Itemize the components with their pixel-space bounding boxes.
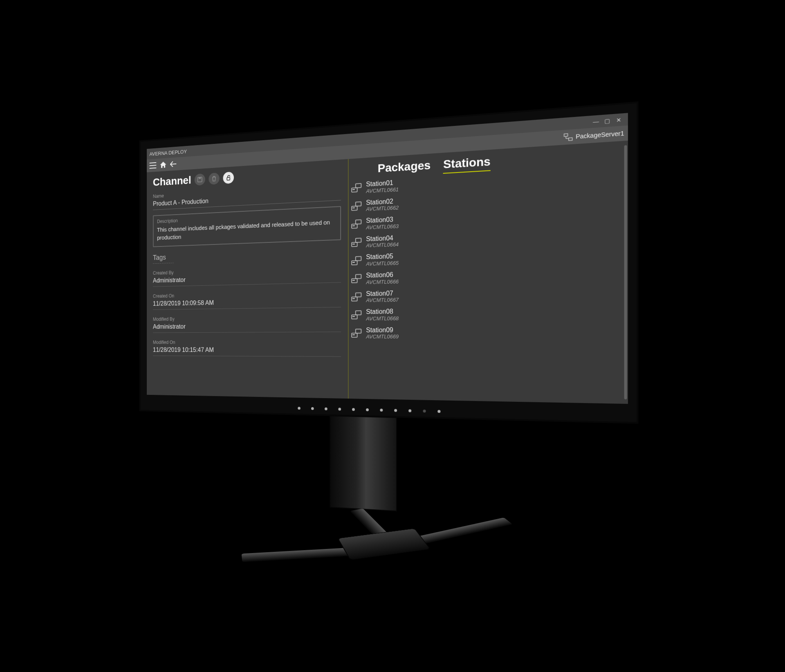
svg-rect-10 bbox=[352, 207, 355, 208]
station-icon bbox=[351, 329, 362, 338]
stations-panel: Stations bbox=[436, 141, 628, 404]
svg-rect-5 bbox=[356, 184, 361, 188]
svg-rect-22 bbox=[352, 280, 355, 281]
station-icon bbox=[351, 238, 362, 247]
window-maximize-button[interactable]: ▢ bbox=[601, 117, 613, 124]
station-host: AVCMTL0667 bbox=[366, 297, 399, 303]
list-item[interactable]: Station03AVCMTL0663 bbox=[351, 213, 433, 235]
station-icon bbox=[351, 274, 362, 284]
svg-rect-0 bbox=[564, 134, 568, 137]
window-minimize-button[interactable]: — bbox=[590, 118, 601, 125]
window-close-button[interactable]: ✕ bbox=[613, 116, 624, 123]
svg-rect-19 bbox=[352, 262, 355, 263]
modified-on-value: 11/28/2019 10:15:47 AM bbox=[153, 345, 341, 357]
svg-rect-29 bbox=[356, 329, 361, 333]
station-name: Station06 bbox=[366, 271, 399, 279]
svg-rect-23 bbox=[356, 293, 361, 297]
packages-list: Station01AVCMTL0661Station02AVCMTL0662St… bbox=[351, 175, 433, 343]
server-indicator[interactable]: PackageServer1 bbox=[564, 129, 624, 141]
station-icon bbox=[351, 202, 362, 211]
channel-heading: Channel bbox=[153, 174, 191, 189]
svg-rect-4 bbox=[227, 177, 230, 180]
svg-rect-28 bbox=[352, 316, 355, 317]
station-host: AVCMTL0663 bbox=[366, 223, 399, 231]
station-name: Station08 bbox=[366, 308, 399, 316]
svg-rect-16 bbox=[352, 244, 355, 244]
server-name: PackageServer1 bbox=[576, 130, 624, 140]
svg-rect-3 bbox=[199, 177, 201, 179]
svg-rect-17 bbox=[356, 256, 361, 260]
server-icon bbox=[564, 133, 573, 141]
station-icon bbox=[351, 256, 362, 265]
station-host: AVCMTL0668 bbox=[366, 315, 399, 322]
channel-panel: Channel Name Product bbox=[147, 159, 348, 399]
svg-rect-7 bbox=[352, 189, 355, 190]
channel-lock-button[interactable] bbox=[223, 172, 234, 184]
station-host: AVCMTL0665 bbox=[366, 260, 399, 267]
list-item[interactable]: Station04AVCMTL0664 bbox=[351, 231, 433, 252]
monitor-status-leds bbox=[141, 403, 637, 418]
svg-rect-25 bbox=[352, 298, 355, 299]
disk-icon bbox=[197, 177, 202, 182]
tags-heading[interactable]: Tags bbox=[153, 253, 174, 264]
svg-rect-26 bbox=[356, 311, 361, 315]
svg-rect-31 bbox=[352, 334, 355, 335]
list-item[interactable]: Station06AVCMTL0666 bbox=[351, 269, 433, 289]
description-field[interactable]: Description This channel includes all pc… bbox=[153, 206, 341, 247]
svg-rect-20 bbox=[356, 275, 361, 279]
station-host: AVCMTL0664 bbox=[366, 242, 399, 249]
list-item[interactable]: Station09AVCMTL0669 bbox=[351, 325, 433, 343]
station-host: AVCMTL0662 bbox=[366, 204, 399, 212]
list-item[interactable]: Station05AVCMTL0665 bbox=[351, 250, 433, 271]
station-icon bbox=[351, 292, 362, 301]
station-host: AVCMTL0666 bbox=[366, 278, 399, 285]
monitor-bezel: AVERNA DEPLOY — ▢ ✕ bbox=[139, 101, 639, 424]
home-icon[interactable] bbox=[160, 161, 167, 168]
station-icon bbox=[351, 183, 362, 193]
station-name: Station07 bbox=[366, 289, 399, 297]
menu-icon[interactable] bbox=[150, 162, 157, 169]
back-icon[interactable] bbox=[170, 161, 176, 167]
trash-icon bbox=[212, 176, 217, 181]
monitor-stand-base bbox=[232, 509, 535, 584]
channel-action-1-button[interactable] bbox=[195, 173, 205, 186]
monitor-stand-neck bbox=[330, 415, 397, 511]
svg-rect-14 bbox=[356, 238, 361, 242]
svg-rect-13 bbox=[352, 226, 355, 226]
stations-heading[interactable]: Stations bbox=[443, 155, 491, 174]
modified-on-label: Modified On bbox=[153, 339, 341, 345]
lock-open-icon bbox=[226, 175, 231, 181]
channel-action-2-button[interactable] bbox=[209, 172, 220, 185]
app-window: AVERNA DEPLOY — ▢ ✕ bbox=[147, 113, 628, 404]
window-title: AVERNA DEPLOY bbox=[150, 148, 187, 157]
list-item[interactable]: Station08AVCMTL0668 bbox=[351, 306, 433, 325]
station-host: AVCMTL0669 bbox=[366, 334, 399, 340]
station-name: Station09 bbox=[366, 326, 399, 334]
packages-panel: Packages Station01AVCMTL0661Station02AVC… bbox=[348, 153, 436, 400]
packages-heading[interactable]: Packages bbox=[378, 159, 431, 175]
list-item[interactable]: Station07AVCMTL0667 bbox=[351, 287, 433, 307]
svg-rect-1 bbox=[569, 138, 572, 141]
svg-rect-11 bbox=[356, 220, 361, 224]
svg-rect-8 bbox=[356, 202, 361, 206]
station-icon bbox=[351, 311, 362, 320]
modified-by-value: Administrator bbox=[153, 320, 341, 333]
station-icon bbox=[351, 220, 362, 229]
